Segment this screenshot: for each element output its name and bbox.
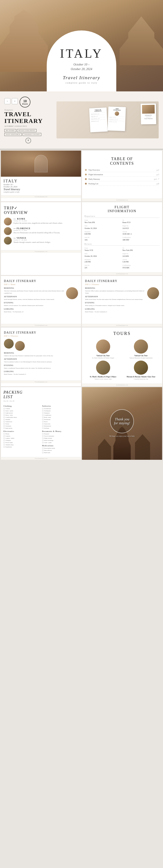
- venice-desc: Wander through romantic canals and histo…: [13, 241, 51, 244]
- packing-item-tshirts: T-shirts: [3, 408, 40, 409]
- pages-row-4: DAILY ITINERARY DAY 3 // Florence MORNIN…: [1, 328, 162, 386]
- daily1-title: DAILY ITINERARY: [4, 279, 78, 283]
- packing-item-bodywash: Body wash: [42, 416, 79, 418]
- toc-footer: traveltemplatepro.com: [82, 198, 162, 201]
- packing-item-passport: Passport: [42, 433, 79, 435]
- toc-item-4: Packing List p.8: [85, 183, 159, 186]
- trip-footer: ©traveltemplatepro.com: [1, 250, 81, 253]
- packing-item-dress: Dress / skirt: [3, 414, 40, 416]
- toc-item-2: Flight Information p.3: [85, 174, 159, 177]
- ret-confirm: ConfirmationXYZABC: [123, 264, 160, 269]
- packing-item-deodorant: Deodorant: [42, 418, 79, 421]
- daily3-day: DAY 3 // Florence: [4, 335, 78, 337]
- packing-item-perfume: Perfume: [42, 427, 79, 429]
- page-trip-overview: TRIP✓OVERVIEW — ROME October 10 - 14, 20…: [1, 202, 81, 275]
- tour-2-img: [134, 339, 148, 353]
- packing-item-razor: Razor: [42, 421, 79, 423]
- daily1-img: [66, 287, 78, 299]
- packing-item-socks: Socks: [3, 423, 40, 425]
- page-flight-info: FLIGHTINFORMATION Departure FromNew York…: [82, 202, 162, 275]
- page-daily-1: DAILY ITINERARY DAY 1 // Rome MORNING Vi…: [1, 276, 81, 327]
- ret-time: Departure2:00 PM: [85, 258, 122, 264]
- page-cover: ITALY October 10 -October 20, 2024 Trave…: [1, 151, 81, 201]
- cover-image: [1, 151, 81, 177]
- tour-2-name: Vatican City Tour: [134, 355, 148, 356]
- packing-inner: PACKINGLIST Oct 10 - Oct 20 Clothing T-s…: [1, 387, 81, 457]
- tag-colors: CHANGE COLORS: [23, 133, 41, 136]
- thankyou-img: Thank you for staying! We hope you enjoy…: [82, 387, 162, 460]
- thankyou-line1: Thank you: [115, 417, 129, 421]
- cover-footer: ©traveltemplatepro.com: [1, 195, 81, 198]
- packing-cat-meds: Medications: [42, 445, 79, 447]
- thankyou-circle: Thank you for staying!: [110, 409, 134, 433]
- cover-date: October 10 -October 20, 2024: [3, 183, 78, 188]
- book-page-italy: ITALY October 10-20 Travel Itinerary: [141, 103, 156, 124]
- rome-dates: October 10 - 14, 2024: [13, 220, 63, 222]
- daily2-inner: DAILY ITINERARY DAY 2 // Florence MORNIN…: [82, 276, 162, 324]
- tours-grid: Vatican City Tour St. Peter's Basilica &…: [85, 339, 159, 380]
- tour-4: Murano & Burano Atlantic Glass Tour Colo…: [123, 361, 159, 380]
- packing-item-cash: Cash / cards: [42, 442, 79, 443]
- cover-title: ITALY: [3, 179, 78, 183]
- tour-3-desc: Venice's iconic historic sites: [95, 378, 112, 380]
- packing-footer: ©traveltemplatepro.com: [1, 457, 81, 460]
- page-tours: TOURS Vatican City Tour St. Peter's Basi…: [82, 328, 162, 386]
- down-arrow-circle[interactable]: ▼: [26, 138, 31, 144]
- pages-row-1: ITALY October 10 -October 20, 2024 Trave…: [1, 151, 162, 201]
- venice-name: — VENICE: [13, 237, 51, 239]
- msword-icon: W: [12, 98, 18, 104]
- flight-title: FLIGHTINFORMATION: [85, 205, 160, 213]
- trip-item-rome: — ROME October 10 - 14, 2024 Explore the…: [4, 218, 78, 225]
- googledocs-icon: G: [4, 98, 10, 104]
- page-daily-3: DAILY ITINERARY DAY 3 // Florence MORNIN…: [1, 328, 81, 386]
- tour-2-desc: Vatican Museums & papal apartments: [129, 357, 153, 359]
- packing-cat-toiletries: Toiletries: [42, 405, 79, 407]
- template-sub: A4 FORMAT | GOOGLE DOCS: [4, 125, 52, 127]
- daily1-day: DAY 1 // Rome: [4, 283, 78, 285]
- template-left: G W 10 PAGES Template TRAVELITINERARY A4…: [4, 97, 52, 144]
- packing-item-conditioner: Conditioner: [42, 414, 79, 416]
- tour-3-img: [96, 361, 110, 375]
- thankyou-line2: for staying!: [114, 421, 130, 425]
- florence-image: [4, 227, 12, 235]
- pages-row-2: TRIP✓OVERVIEW — ROME October 10 - 14, 20…: [1, 202, 162, 275]
- packing-item-tickets: Flight tickets: [42, 437, 79, 439]
- hero-subtitle: Travel Itinerary: [63, 75, 100, 81]
- dep-time: Departure8:00 PM: [85, 231, 122, 236]
- book-preview: TABLE OFCONTENTS Trip Overview...p.2 Fli…: [57, 101, 159, 138]
- packing-item-chargers: Chargers: [3, 439, 40, 441]
- page-toc: TABLE OFCONTENTS Trip Overview p.2 Fligh…: [82, 151, 162, 201]
- hero-dates: October 10 –October 20, 2024: [71, 62, 92, 71]
- tour-4-name: Murano & Burano Atlantic Glass Tour: [127, 376, 155, 378]
- daily3-img2: [15, 341, 25, 351]
- pages-row-5: PACKINGLIST Oct 10 - Oct 20 Clothing T-s…: [1, 387, 162, 460]
- packing-item-earphones: Earphones: [3, 446, 40, 448]
- toc-title: TABLE OFCONTENTS: [85, 155, 159, 166]
- tour-3: St. Mark's Basilica & Doge's Palace Veni…: [85, 361, 121, 380]
- packing-item-jeans: Jeans / pants: [3, 410, 40, 412]
- thankyou-sub: We hope you enjoy your trip to Italy: [109, 435, 134, 437]
- packing-cat-electronics: Electronics: [3, 430, 40, 432]
- flight-inner: FLIGHTINFORMATION Departure FromNew York…: [82, 202, 162, 272]
- packing-item-jacket: Light jacket: [3, 412, 40, 414]
- daily3-inner: DAILY ITINERARY DAY 3 // Florence MORNIN…: [1, 328, 81, 380]
- tour-3-name: St. Mark's Basilica & Doge's Palace: [90, 376, 116, 378]
- tour-2: Vatican City Tour Vatican Museums & papa…: [123, 339, 159, 359]
- tour-1-name: Vatican City Tour: [97, 355, 110, 356]
- page-daily-2: DAILY ITINERARY DAY 2 // Florence MORNIN…: [82, 276, 162, 327]
- daily3-morning: MORNING Climb to the top of the Florence…: [4, 352, 78, 357]
- packing-item-rainjacket: Rain jacket: [3, 427, 40, 429]
- ret-arrival: Arrival5:30 PM: [123, 258, 160, 264]
- trip-inner: TRIP✓OVERVIEW — ROME October 10 - 14, 20…: [1, 202, 81, 250]
- florence-dates: October 14 - 17, 2024: [13, 229, 60, 232]
- tour-4-desc: Colorful island day trip: [134, 378, 148, 380]
- daily2-day: DAY 2 // Florence: [85, 283, 159, 285]
- packing-col-left: Clothing T-shirts Jeans / pants Light ja…: [3, 404, 40, 454]
- pages-badge: 10 PAGES: [20, 97, 30, 107]
- daily2-lodging: LODGING Hotel Firenze - Via dei Calzaiuo…: [85, 308, 159, 313]
- thankyou-content: Thank you for staying! We hope you enjoy…: [109, 409, 134, 437]
- tours-title: TOURS: [85, 331, 159, 336]
- tour-4-img: [134, 361, 148, 375]
- daily3-title: DAILY ITINERARY: [4, 331, 78, 335]
- packing-item-swimsuit: Swimsuit: [3, 425, 40, 427]
